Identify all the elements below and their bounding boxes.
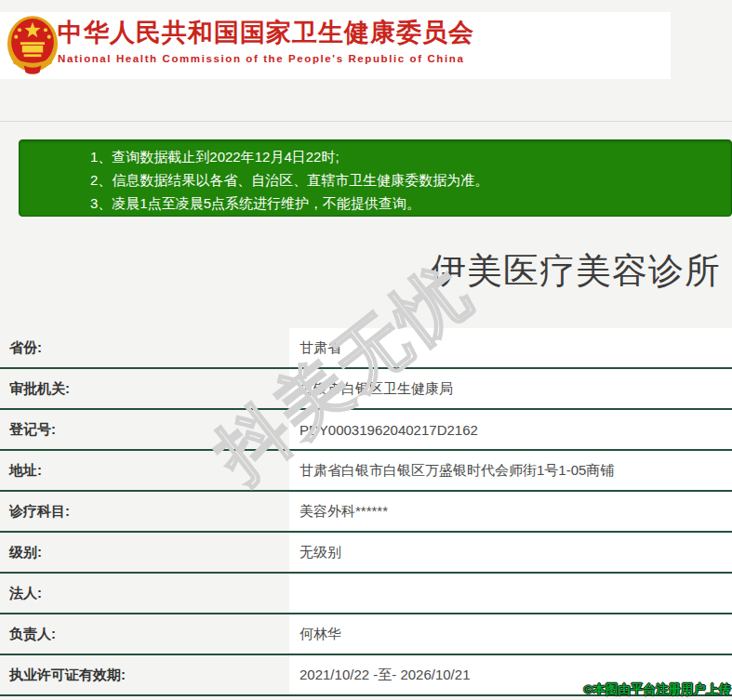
table-row: 省份: 甘肃省 (0, 328, 732, 369)
field-value: PDY00031962040217D2162 (289, 410, 732, 449)
field-label: 负责人: (0, 614, 289, 654)
table-row: 负责人: 何林华 (0, 614, 732, 655)
platform-upload-stamp: ©本图由平台注册用户上传 (584, 681, 731, 698)
field-label: 登记号: (0, 410, 289, 449)
field-label: 地址: (0, 451, 289, 490)
field-label: 诊疗科目: (0, 492, 289, 531)
national-emblem-icon (7, 15, 59, 76)
table-row: 级别: 无级别 (0, 533, 732, 574)
field-value: 甘肃省白银市白银区万盛银时代会师街1号1-05商铺 (289, 451, 732, 490)
notice-line: 3、凌晨1点至凌晨5点系统进行维护，不能提供查询。 (90, 192, 722, 215)
table-row: 法人: (0, 574, 732, 614)
table-row: 登记号: PDY00031962040217D2162 (0, 410, 732, 451)
field-label: 省份: (0, 328, 289, 367)
field-value: 甘肃省 (289, 328, 732, 367)
table-row: 地址: 甘肃省白银市白银区万盛银时代会师街1号1-05商铺 (0, 451, 732, 492)
site-title-english: National Health Commission of the People… (58, 53, 653, 64)
query-notice-box: 1、查询数据截止到2022年12月4日22时; 2、信息数据结果以各省、自治区、… (19, 139, 732, 217)
table-row: 审批机关: 白银市白银区卫生健康局 (0, 369, 732, 410)
field-value (289, 574, 732, 613)
table-row: 诊疗科目: 美容外科****** (0, 492, 732, 533)
notice-line: 1、查询数据截止到2022年12月4日22时; (90, 145, 722, 168)
header-separator-line (0, 121, 732, 122)
field-label: 执业许可证有效期: (0, 655, 289, 694)
header-banner: 中华人民共和国国家卫生健康委员会 National Health Commiss… (0, 12, 671, 79)
notice-line: 2、信息数据结果以各省、自治区、直辖市卫生健康委数据为准。 (90, 168, 722, 192)
field-value: 何林华 (289, 614, 732, 654)
field-value: 白银市白银区卫生健康局 (289, 369, 732, 408)
site-title-chinese: 中华人民共和国国家卫生健康委员会 (58, 17, 653, 48)
field-label: 审批机关: (0, 369, 289, 408)
license-detail-table: 省份: 甘肃省 审批机关: 白银市白银区卫生健康局 登记号: PDY000319… (0, 328, 732, 696)
clinic-name-heading: 伊美医疗美容诊所 (431, 247, 721, 295)
field-label: 级别: (0, 533, 289, 572)
field-value: 无级别 (289, 533, 732, 572)
field-value: 美容外科****** (289, 492, 732, 531)
field-label: 法人: (0, 574, 289, 613)
banner-titles: 中华人民共和国国家卫生健康委员会 National Health Commiss… (58, 17, 653, 64)
